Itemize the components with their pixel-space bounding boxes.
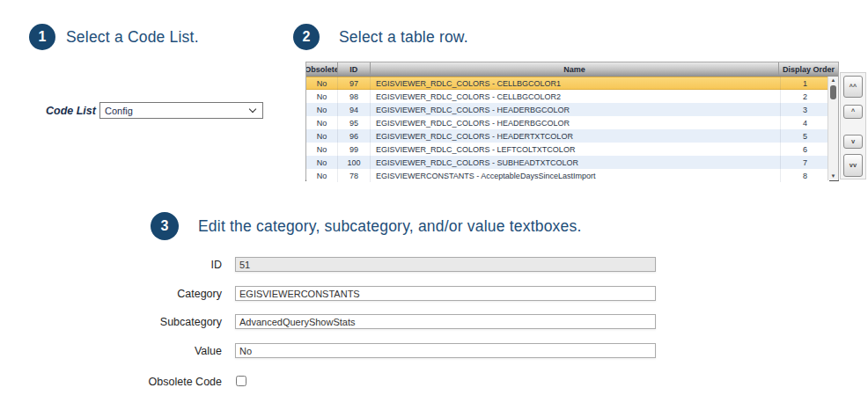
table-cell-id: 95 <box>338 116 371 129</box>
table-cell-name: EGISVIEWER_RDLC_COLORS - HEADERBGCOLOR <box>371 116 781 129</box>
step-1-number: 1 <box>39 29 47 45</box>
table-cell-name: EGISVIEWER_RDLC_COLORS - CELLBGCOLOR2 <box>371 90 781 103</box>
category-field[interactable] <box>235 286 656 301</box>
column-header-display-order[interactable]: Display Order <box>779 62 838 76</box>
table-cell-name: EGISVIEWER_RDLC_COLORS - SUBHEADTXTCOLOR <box>371 156 781 169</box>
step-2-number: 2 <box>303 29 311 45</box>
value-field[interactable] <box>235 343 656 358</box>
column-header-name[interactable]: Name <box>371 62 779 76</box>
table-row[interactable]: No95EGISVIEWER_RDLC_COLORS - HEADERBGCOL… <box>306 116 829 129</box>
table-cell-name: EGISVIEWER_RDLC_COLORS - HEADERBGCOLOR <box>371 103 781 116</box>
table-cell-display_order: 2 <box>781 90 829 103</box>
scroll-up-icon[interactable]: ▲ <box>831 77 836 84</box>
table-row[interactable]: No94EGISVIEWER_RDLC_COLORS - HEADERBGCOL… <box>306 103 829 116</box>
category-field-label: Category <box>81 288 222 300</box>
scrollbar-thumb[interactable] <box>830 85 836 99</box>
table-row[interactable]: No96EGISVIEWER_RDLC_COLORS - HEADERTXTCO… <box>306 129 829 143</box>
table-cell-id: 97 <box>338 77 371 90</box>
table-cell-name: EGISVIEWER_RDLC_COLORS - HEADERTXTCOLOR <box>371 129 781 143</box>
table-cell-display_order: 5 <box>781 129 829 143</box>
step-2-title: Select a table row. <box>339 28 468 47</box>
obsolete-code-checkbox[interactable] <box>236 376 246 386</box>
table-cell-display_order: 3 <box>781 103 829 116</box>
scroll-down-icon[interactable]: ▼ <box>831 172 836 180</box>
obsolete-code-label: Obsolete Code <box>81 376 222 388</box>
table-body: No97EGISVIEWER_RDLC_COLORS - CELLBGCOLOR… <box>306 77 829 182</box>
table-cell-id: 100 <box>338 156 371 169</box>
move-to-top-button[interactable]: ^^ <box>843 76 863 98</box>
code-table: Obsolete ID Name Display Order No97EGISV… <box>305 62 839 181</box>
subcategory-field[interactable] <box>235 314 656 329</box>
move-down-button[interactable]: v <box>843 135 863 149</box>
code-list-dropdown[interactable]: Config <box>99 102 263 119</box>
table-row[interactable]: No78EGISVIEWERCONSTANTS - AcceptableDays… <box>306 169 829 182</box>
column-header-obsolete[interactable]: Obsolete <box>306 62 338 76</box>
id-field[interactable] <box>235 257 656 272</box>
table-cell-id: 94 <box>338 103 371 116</box>
step-1-title: Select a Code List. <box>66 28 199 47</box>
step-3-badge: 3 <box>151 212 179 240</box>
value-field-label: Value <box>81 345 222 357</box>
table-cell-obsolete: No <box>306 143 338 156</box>
step-2-badge: 2 <box>293 24 320 50</box>
id-field-label: ID <box>81 259 222 271</box>
table-cell-obsolete: No <box>306 103 338 116</box>
table-cell-obsolete: No <box>306 129 338 143</box>
step-3-title: Edit the category, subcategory, and/or v… <box>198 217 581 236</box>
table-cell-display_order: 1 <box>781 77 829 90</box>
table-row[interactable]: No99EGISVIEWER_RDLC_COLORS - LEFTCOLTXTC… <box>306 143 829 156</box>
move-up-button[interactable]: ^ <box>843 105 863 119</box>
move-to-bottom-button[interactable]: vv <box>843 154 863 177</box>
table-cell-display_order: 6 <box>781 143 829 156</box>
table-row[interactable]: No100EGISVIEWER_RDLC_COLORS - SUBHEADTXT… <box>306 156 829 169</box>
table-row[interactable]: No98EGISVIEWER_RDLC_COLORS - CELLBGCOLOR… <box>306 90 829 103</box>
table-cell-obsolete: No <box>306 169 338 182</box>
tutorial-page: 1 Select a Code List. 2 Select a table r… <box>0 0 868 410</box>
table-cell-name: EGISVIEWER_RDLC_COLORS - CELLBGCOLOR1 <box>371 77 781 90</box>
table-vertical-scrollbar[interactable]: ▲ ▼ <box>828 77 838 180</box>
table-cell-obsolete: No <box>306 156 338 169</box>
chevron-down-icon <box>249 106 256 113</box>
table-cell-name: EGISVIEWERCONSTANTS - AcceptableDaysSinc… <box>371 169 781 182</box>
table-row-selected[interactable]: No97EGISVIEWER_RDLC_COLORS - CELLBGCOLOR… <box>306 77 829 90</box>
code-list-selected-value: Config <box>100 106 250 116</box>
table-header-row: Obsolete ID Name Display Order <box>306 62 838 77</box>
table-cell-id: 96 <box>338 129 371 143</box>
table-cell-obsolete: No <box>306 116 338 129</box>
table-cell-id: 99 <box>338 143 371 156</box>
table-cell-display_order: 8 <box>781 169 829 182</box>
reorder-button-panel: ^^ ^ v vv <box>840 72 866 179</box>
table-cell-display_order: 4 <box>781 116 829 129</box>
step-3-number: 3 <box>161 218 169 234</box>
subcategory-field-label: Subcategory <box>81 316 222 328</box>
table-cell-display_order: 7 <box>781 156 829 169</box>
table-cell-name: EGISVIEWER_RDLC_COLORS - LEFTCOLTXTCOLOR <box>371 143 781 156</box>
column-header-id[interactable]: ID <box>338 62 371 76</box>
table-cell-id: 98 <box>338 90 371 103</box>
table-cell-obsolete: No <box>306 90 338 103</box>
code-list-label: Code List <box>46 105 96 117</box>
table-cell-id: 78 <box>338 169 371 182</box>
step-1-badge: 1 <box>29 24 55 50</box>
table-cell-obsolete: No <box>306 77 338 90</box>
